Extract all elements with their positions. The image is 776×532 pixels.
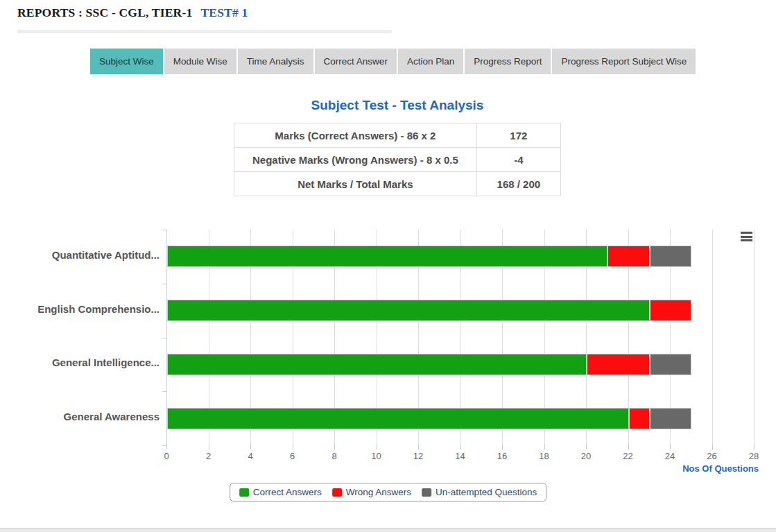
legend-label: Correct Answers bbox=[253, 487, 322, 497]
y-axis-tick bbox=[162, 230, 166, 230]
x-axis-tick-label: 18 bbox=[531, 451, 558, 461]
hamburger-icon[interactable] bbox=[741, 232, 752, 243]
x-axis-tick-label: 4 bbox=[236, 451, 264, 461]
x-axis-tick-label: 20 bbox=[572, 451, 600, 461]
report-tab-bar: Subject WiseModule WiseTime AnalysisCorr… bbox=[90, 49, 696, 74]
bar-segment-wrong-answers[interactable] bbox=[629, 408, 650, 429]
bar-segment-correct-answers[interactable] bbox=[167, 300, 650, 321]
x-axis-tick bbox=[209, 445, 209, 449]
legend-label: Un-attempted Questions bbox=[436, 487, 537, 497]
y-axis-tick bbox=[162, 338, 166, 338]
x-axis-tick bbox=[712, 445, 713, 449]
tab-time-analysis[interactable]: Time Analysis bbox=[238, 49, 313, 74]
x-axis-tick-label: 26 bbox=[698, 451, 726, 461]
category-label: Quantitative Aptitud... bbox=[0, 249, 159, 264]
x-axis-tick-label: 24 bbox=[656, 451, 684, 461]
x-axis-tick-label: 14 bbox=[447, 451, 474, 461]
x-axis-tick bbox=[418, 445, 419, 449]
hamburger-bar bbox=[741, 232, 752, 234]
category-label: General Intelligence... bbox=[0, 357, 159, 372]
x-axis-tick-label: 8 bbox=[320, 451, 348, 461]
marks-row-value: -4 bbox=[476, 148, 560, 172]
legend-swatch bbox=[239, 488, 249, 497]
category-label: English Comprehensio... bbox=[0, 303, 159, 318]
legend-swatch bbox=[422, 488, 431, 497]
x-axis-tick bbox=[250, 445, 251, 449]
bar-segment-wrong-answers[interactable] bbox=[587, 354, 650, 375]
bar-segment-correct-answers[interactable] bbox=[167, 354, 587, 375]
tab-progress-report[interactable]: Progress Report bbox=[465, 49, 551, 74]
x-axis-tick bbox=[502, 445, 503, 449]
marks-row-label: Net Marks / Total Marks bbox=[234, 172, 477, 196]
x-axis-tick-label: 12 bbox=[404, 451, 432, 461]
marks-row-label: Marks (Correct Answers) - 86 x 2 bbox=[234, 123, 477, 148]
x-axis-tick bbox=[334, 445, 335, 449]
tab-action-plan[interactable]: Action Plan bbox=[398, 49, 463, 74]
x-axis-tick-label: 22 bbox=[614, 451, 642, 461]
page-title: REPORTS : SSC - CGL, TIER-1TEST# 1 bbox=[17, 6, 248, 20]
horizontal-scrollbar-track[interactable] bbox=[0, 528, 776, 532]
category-label: General Awareness bbox=[0, 411, 159, 426]
tab-module-wise[interactable]: Module Wise bbox=[164, 49, 236, 74]
bar-segment-correct-answers[interactable] bbox=[167, 408, 629, 429]
legend-swatch bbox=[332, 488, 342, 497]
chart-gridline bbox=[712, 230, 713, 445]
x-axis-tick-label: 0 bbox=[153, 451, 180, 461]
table-row: Marks (Correct Answers) - 86 x 2172 bbox=[234, 123, 561, 148]
chart-legend: Correct AnswersWrong AnswersUn-attempted… bbox=[230, 483, 547, 501]
legend-item-correct-answers[interactable]: Correct Answers bbox=[239, 487, 322, 497]
header-divider bbox=[17, 30, 392, 33]
table-row: Negative Marks (Wrong Answers) - 8 x 0.5… bbox=[234, 148, 561, 172]
x-axis-tick bbox=[586, 445, 587, 449]
bar-segment-un-attempted-questions[interactable] bbox=[650, 408, 692, 429]
test-number-link[interactable]: TEST# 1 bbox=[200, 6, 248, 19]
x-axis-tick-label: 28 bbox=[740, 451, 768, 461]
y-axis-tick bbox=[162, 284, 166, 284]
bar-segment-wrong-answers[interactable] bbox=[650, 300, 692, 321]
legend-label: Wrong Answers bbox=[346, 487, 411, 497]
legend-item-un-attempted-questions[interactable]: Un-attempted Questions bbox=[422, 487, 537, 497]
bar-segment-correct-answers[interactable] bbox=[167, 246, 607, 267]
marks-row-value: 172 bbox=[476, 123, 560, 148]
y-axis-tick bbox=[162, 391, 166, 392]
tab-correct-answer[interactable]: Correct Answer bbox=[315, 49, 397, 74]
x-axis-tick bbox=[628, 445, 629, 449]
x-axis-tick bbox=[544, 445, 545, 449]
x-axis-tick bbox=[670, 445, 671, 449]
table-row: Net Marks / Total Marks168 / 200 bbox=[234, 172, 561, 196]
marks-row-label: Negative Marks (Wrong Answers) - 8 x 0.5 bbox=[234, 148, 477, 172]
legend-item-wrong-answers[interactable]: Wrong Answers bbox=[332, 487, 411, 497]
x-axis-tick-label: 16 bbox=[488, 451, 516, 461]
x-axis-tick-label: 6 bbox=[279, 451, 307, 461]
x-axis-tick bbox=[293, 445, 293, 449]
x-axis-tick bbox=[754, 445, 755, 449]
x-axis-tick-label: 2 bbox=[195, 451, 223, 461]
marks-summary-table: Marks (Correct Answers) - 86 x 2172Negat… bbox=[234, 123, 561, 196]
report-title-text: REPORTS : SSC - CGL, TIER-1 bbox=[17, 6, 192, 19]
tab-progress-report-subject-wise[interactable]: Progress Report Subject Wise bbox=[552, 49, 696, 74]
x-axis-tick-label: 10 bbox=[363, 451, 390, 461]
bar-segment-wrong-answers[interactable] bbox=[607, 246, 650, 267]
tab-subject-wise[interactable]: Subject Wise bbox=[90, 49, 163, 74]
x-axis-title: Nos Of Questions bbox=[617, 463, 759, 474]
y-axis-tick bbox=[162, 445, 166, 446]
chart-gridline bbox=[754, 230, 755, 445]
bar-segment-un-attempted-questions[interactable] bbox=[650, 354, 692, 375]
bar-segment-un-attempted-questions[interactable] bbox=[650, 246, 692, 267]
analysis-title: Subject Test - Test Analysis bbox=[234, 98, 561, 113]
x-axis-tick bbox=[166, 445, 167, 449]
x-axis-tick bbox=[460, 445, 461, 449]
marks-row-value: 168 / 200 bbox=[476, 172, 560, 196]
hamburger-bar bbox=[741, 236, 752, 238]
x-axis-tick bbox=[377, 445, 377, 449]
hamburger-bar bbox=[741, 239, 752, 241]
